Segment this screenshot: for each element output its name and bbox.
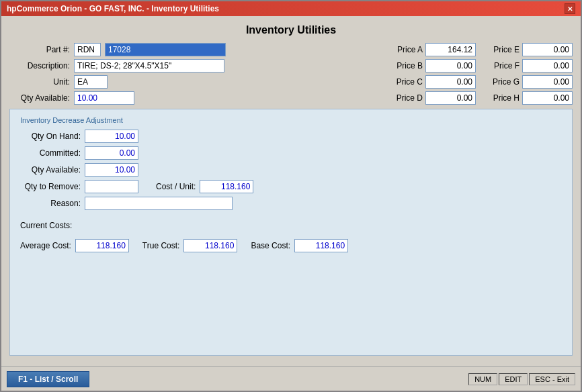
qty-on-hand-label: Qty On Hand: <box>20 132 81 141</box>
price-e-row: Price E <box>483 43 573 56</box>
f1-button[interactable]: F1 - List / Scroll <box>7 371 89 387</box>
qty-available-label: Qty Available: <box>9 93 70 103</box>
reason-label: Reason: <box>20 199 81 208</box>
price-h-label: Price H <box>483 93 519 103</box>
edit-status: EDIT <box>499 373 528 385</box>
price-e-label: Price E <box>483 45 519 54</box>
title-bar: hpCommerce Orion - GO FAST, INC. - Inven… <box>1 1 581 16</box>
price-h-row: Price H <box>483 91 573 105</box>
price-a-row: Price A <box>386 43 476 56</box>
qty-on-hand-row: Qty On Hand: <box>20 130 562 143</box>
part-number-row: Part #: <box>9 43 226 56</box>
main-window: hpCommerce Orion - GO FAST, INC. - Inven… <box>0 0 582 392</box>
price-d-row: Price D <box>386 91 476 105</box>
average-cost-input[interactable] <box>75 239 129 252</box>
qty-to-remove-input[interactable] <box>85 180 138 193</box>
average-cost-label: Average Cost: <box>20 241 71 250</box>
part-number-input[interactable] <box>105 43 226 56</box>
base-cost-input[interactable] <box>294 239 348 252</box>
qty-on-hand-input[interactable] <box>85 130 138 143</box>
reason-row: Reason: <box>20 197 562 210</box>
unit-label: Unit: <box>9 77 70 87</box>
committed-label: Committed: <box>20 148 81 158</box>
cost-unit-input[interactable] <box>200 180 253 193</box>
price-a-label: Price A <box>386 45 423 54</box>
price-g-input[interactable] <box>522 75 573 89</box>
price-c-row: Price C <box>386 75 476 89</box>
qty-available-row: Qty Available: <box>9 91 226 105</box>
qty-to-remove-label: Qty to Remove: <box>20 182 81 191</box>
adjustment-title: Inventory Decrease Adjustment <box>20 116 562 124</box>
adjustment-section: Inventory Decrease Adjustment Qty On Han… <box>9 109 573 356</box>
price-c-input[interactable] <box>425 75 476 89</box>
reason-input[interactable] <box>85 197 233 210</box>
average-cost-item: Average Cost: <box>20 239 129 252</box>
unit-row: Unit: <box>9 75 226 89</box>
bottom-bar: F1 - List / Scroll NUM EDIT ESC - Exit <box>1 366 581 391</box>
costs-row: Average Cost: True Cost: Base Cost: <box>20 239 562 252</box>
description-row: Description: <box>9 59 226 72</box>
num-status: NUM <box>468 373 497 385</box>
unit-input[interactable] <box>74 75 108 89</box>
inner-qty-available-input[interactable] <box>85 163 138 177</box>
price-f-input[interactable] <box>522 59 573 72</box>
true-cost-item: True Cost: <box>142 239 238 252</box>
base-cost-label: Base Cost: <box>251 241 290 250</box>
price-f-label: Price F <box>483 61 519 70</box>
true-cost-input[interactable] <box>183 239 237 252</box>
content-area: Inventory Utilities Part #: Description: <box>1 16 581 366</box>
price-d-input[interactable] <box>425 91 476 105</box>
close-button[interactable]: ✕ <box>565 3 575 14</box>
price-g-row: Price G <box>483 75 573 89</box>
window-title: hpCommerce Orion - GO FAST, INC. - Inven… <box>7 4 219 13</box>
price-g-label: Price G <box>483 77 519 87</box>
base-cost-item: Base Cost: <box>251 239 348 252</box>
price-h-input[interactable] <box>522 91 573 105</box>
price-d-label: Price D <box>386 93 423 103</box>
price-c-label: Price C <box>386 77 423 87</box>
description-input[interactable] <box>74 59 224 72</box>
price-b-label: Price B <box>386 61 423 70</box>
committed-row: Committed: <box>20 146 562 160</box>
price-a-input[interactable] <box>425 43 476 56</box>
price-b-row: Price B <box>386 59 476 72</box>
esc-status: ESC - Exit <box>529 373 575 385</box>
price-f-row: Price F <box>483 59 573 72</box>
qty-available-input[interactable] <box>74 91 134 105</box>
part-label: Part #: <box>9 45 70 54</box>
part-prefix-input[interactable] <box>74 43 101 56</box>
price-b-input[interactable] <box>425 59 476 72</box>
description-label: Description: <box>9 61 70 70</box>
inner-qty-available-row: Qty Available: <box>20 163 562 177</box>
true-cost-label: True Cost: <box>142 241 180 250</box>
qty-to-remove-row: Qty to Remove: Cost / Unit: <box>20 180 562 193</box>
inner-qty-available-label: Qty Available: <box>20 165 81 175</box>
cost-unit-label: Cost / Unit: <box>156 182 196 191</box>
current-costs-label: Current Costs: <box>20 221 562 230</box>
committed-input[interactable] <box>85 146 138 160</box>
price-e-input[interactable] <box>522 43 573 56</box>
status-bar: NUM EDIT ESC - Exit <box>468 373 575 385</box>
page-title: Inventory Utilities <box>9 24 573 36</box>
